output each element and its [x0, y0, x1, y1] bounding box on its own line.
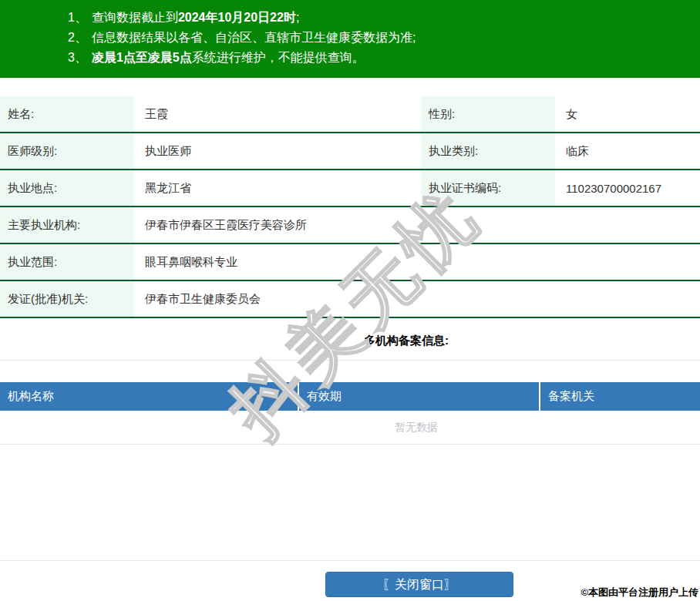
- field-label-certificate-number: 执业证书编码:: [421, 170, 555, 206]
- divider: [0, 560, 700, 561]
- notice-line-3: 3、凌晨1点至凌晨5点系统进行维护，不能提供查询。: [68, 48, 685, 68]
- table-row: 姓名: 王霞 性别: 女: [0, 96, 700, 133]
- table-row: 执业地点: 黑龙江省 执业证书编码: 110230700002167: [0, 170, 700, 207]
- filing-table-header: 机构名称 有效期 备案机关: [0, 382, 700, 411]
- notice-marker: 1、: [68, 11, 87, 24]
- table-row: 发证(批准)机关: 伊春市卫生健康委员会: [0, 281, 700, 318]
- column-header-validity-period: 有效期: [299, 382, 540, 411]
- filing-section-title: 多机构备案信息:: [364, 333, 700, 348]
- field-value-doctor-level: 执业医师: [134, 133, 421, 169]
- field-label-name: 姓名:: [0, 96, 134, 132]
- table-row: 执业范围: 眼耳鼻咽喉科专业: [0, 244, 700, 281]
- field-value-main-institution: 伊春市伊春区王霞医疗美容诊所: [134, 207, 700, 243]
- field-label-practice-scope: 执业范围:: [0, 244, 134, 280]
- notice-text-bold: 凌晨1点至凌晨5点: [92, 51, 192, 64]
- close-window-button[interactable]: 〖关闭窗口〗: [325, 572, 513, 597]
- table-row: 主要执业机构: 伊春市伊春区王霞医疗美容诊所: [0, 207, 700, 244]
- field-label-practice-location: 执业地点:: [0, 170, 134, 206]
- notice-marker: 3、: [68, 51, 87, 64]
- notice-text: 信息数据结果以各省、自治区、直辖市卫生健康委数据为准;: [92, 31, 416, 44]
- field-value-practice-location: 黑龙江省: [134, 170, 421, 206]
- field-value-name: 王霞: [134, 96, 421, 132]
- field-value-practice-scope: 眼耳鼻咽喉科专业: [134, 244, 700, 280]
- field-value-issuing-authority: 伊春市卫生健康委员会: [134, 281, 700, 317]
- field-label-issuing-authority: 发证(批准)机关:: [0, 281, 134, 317]
- field-value-certificate-number: 110230700002167: [555, 170, 700, 206]
- notice-marker: 2、: [68, 31, 87, 44]
- practitioner-info-table: 姓名: 王霞 性别: 女 医师级别: 执业医师 执业类别: 临床 执业地点: 黑…: [0, 96, 700, 318]
- table-row: 医师级别: 执业医师 执业类别: 临床: [0, 133, 700, 170]
- field-label-doctor-level: 医师级别:: [0, 133, 134, 169]
- notice-text: ;: [296, 11, 299, 24]
- notice-line-1: 1、查询数据截止到2024年10月20日22时;: [68, 8, 685, 28]
- empty-data-text: 暂无数据: [395, 421, 438, 435]
- field-label-main-institution: 主要执业机构:: [0, 207, 134, 243]
- notice-text: 查询数据截止到: [92, 11, 178, 24]
- notice-text-bold: 2024年10月20日22时: [178, 11, 296, 24]
- notice-text: 系统进行维护，不能提供查询。: [192, 51, 365, 64]
- notice-banner: 1、查询数据截止到2024年10月20日22时; 2、信息数据结果以各省、自治区…: [0, 0, 700, 78]
- empty-data-row: 暂无数据: [0, 411, 700, 445]
- copyright-text: ©本图由平台注册用户上传: [581, 586, 698, 599]
- field-value-gender: 女: [555, 96, 700, 132]
- column-header-institution-name: 机构名称: [0, 382, 299, 411]
- field-value-practice-category: 临床: [555, 133, 700, 169]
- filing-table: 机构名称 有效期 备案机关 暂无数据: [0, 382, 700, 445]
- column-header-filing-authority: 备案机关: [540, 382, 700, 411]
- divider: [0, 360, 700, 361]
- notice-line-2: 2、信息数据结果以各省、自治区、直辖市卫生健康委数据为准;: [68, 28, 685, 48]
- field-label-gender: 性别:: [421, 96, 555, 132]
- field-label-practice-category: 执业类别:: [421, 133, 555, 169]
